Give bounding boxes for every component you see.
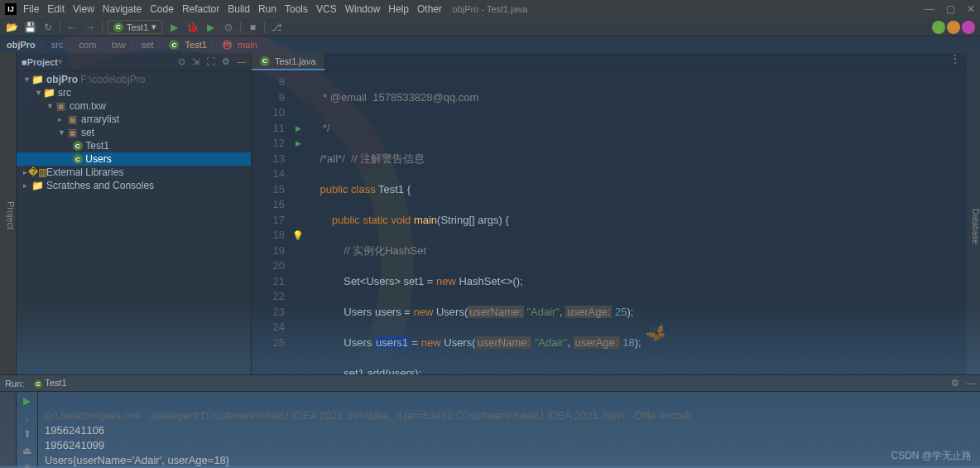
right-tool-strip[interactable]: Database (967, 53, 980, 374)
menu-navigate[interactable]: Navigate (103, 3, 142, 15)
open-icon[interactable]: 📂 (5, 21, 18, 34)
bc-set[interactable]: set (142, 40, 154, 50)
expand-icon[interactable]: ⛶ (206, 56, 215, 67)
window-title: objPro - Test1.java (453, 4, 528, 14)
editor-tab-test1[interactable]: CTest1.java (252, 53, 325, 70)
vcs-icon[interactable]: ⎇ (270, 21, 283, 34)
menu-window[interactable]: Window (345, 3, 381, 15)
refresh-icon[interactable]: ↻ (41, 21, 55, 34)
breadcrumb: objPro〉 src〉 com〉 txw〉 set〉 C Test1〉 ⓜ m… (0, 36, 980, 53)
tree-set[interactable]: ▼▣set (17, 126, 251, 139)
maximize-icon[interactable]: ▢ (946, 3, 955, 15)
avatar-3[interactable] (962, 21, 975, 34)
tree-users[interactable]: C Users (17, 152, 251, 166)
bc-class[interactable]: Test1 (185, 40, 207, 50)
up-icon[interactable]: ⬆ (23, 428, 31, 440)
project-panel-title: Project (27, 57, 58, 67)
hide-icon[interactable]: — (237, 56, 246, 67)
run-output[interactable]: D:\Java\bin\java.exe -javaagent:D:\softw… (38, 392, 980, 466)
stop-run-icon[interactable]: ↓ (25, 412, 30, 423)
project-tree: ▼📁objPro F:\code\objPro ▼📁src ▼▣com.txw … (17, 71, 251, 194)
run-method-gutter-icon[interactable]: ▶ (291, 136, 305, 152)
run-tab[interactable]: C Test1 (29, 377, 71, 389)
gutter: ▶▶💡 (291, 71, 305, 374)
stop-icon[interactable]: ■ (246, 21, 259, 34)
avatar-1[interactable] (932, 21, 945, 34)
menu-edit[interactable]: Edit (47, 3, 65, 15)
menu-other[interactable]: Other (417, 3, 442, 15)
run-config-selector[interactable]: CTest1 ▾ (108, 20, 162, 34)
project-panel: ■ Project ▾ ⊙ ⇲ ⛶ ⚙ — ▼📁objPro F:\code\o… (17, 53, 252, 374)
run-hide-icon[interactable]: — (966, 378, 975, 388)
structure-tool-strip[interactable] (0, 392, 17, 466)
editor-tab-more[interactable]: ⋮ (944, 53, 967, 70)
target-icon[interactable]: ⊙ (178, 56, 185, 67)
minimize-icon[interactable]: — (925, 3, 934, 15)
tree-root[interactable]: ▼📁objPro F:\code\objPro (17, 73, 251, 86)
watermark: CSDN @学无止路 (891, 449, 972, 463)
run-icon[interactable]: ▶ (167, 21, 180, 34)
menu-file[interactable]: File (23, 3, 39, 15)
method-icon: ⓜ (223, 39, 232, 51)
bc-root[interactable]: objPro (7, 40, 36, 50)
save-icon[interactable]: 💾 (23, 21, 36, 34)
coverage-icon[interactable]: ▶ (204, 21, 217, 34)
tree-external[interactable]: ▸�▥External Libraries (17, 166, 251, 179)
menu-build[interactable]: Build (228, 3, 250, 15)
menu-view[interactable]: View (73, 3, 94, 15)
rerun-icon[interactable]: ▶ (23, 395, 31, 407)
settings-icon[interactable]: ⚙ (222, 56, 230, 67)
title-bar: IJ File Edit View Navigate Code Refactor… (0, 0, 980, 18)
tree-scratches[interactable]: ▸📁Scratches and Consoles (17, 179, 251, 192)
code-lines[interactable]: * @email 1578533828@qq.com */ /*all*/ //… (305, 71, 967, 374)
intention-bulb-icon[interactable]: 💡 (291, 228, 305, 244)
avatar-2[interactable] (947, 21, 960, 34)
close-icon[interactable]: ✕ (967, 3, 975, 15)
filter-icon[interactable]: ⏏ (22, 445, 31, 456)
collapse-icon[interactable]: ⇲ (192, 56, 199, 67)
code-area[interactable]: 8910111213141516171819202122232425 ▶▶💡 *… (252, 71, 967, 374)
tree-pkg[interactable]: ▼▣com.txw (17, 99, 251, 113)
layout-icon[interactable]: ≡ (24, 461, 30, 468)
bc-method[interactable]: main (238, 40, 257, 50)
menu-help[interactable]: Help (388, 3, 409, 15)
toolbar: 📂 💾 ↻ ← → CTest1 ▾ ▶ 🐞 ▶ ⊙ ■ ⎇ (0, 18, 980, 36)
debug-icon[interactable]: 🐞 (185, 21, 199, 34)
tree-src[interactable]: ▼📁src (17, 86, 251, 99)
forward-icon[interactable]: → (84, 21, 97, 34)
line-numbers: 8910111213141516171819202122232425 (252, 71, 291, 374)
menu-tools[interactable]: Tools (285, 3, 308, 15)
bc-src[interactable]: src (51, 40, 64, 50)
left-tool-strip[interactable]: Project (0, 53, 17, 374)
bc-txw[interactable]: txw (112, 40, 126, 50)
profile-icon[interactable]: ⊙ (222, 21, 235, 34)
back-icon[interactable]: ← (65, 21, 79, 34)
editor: CTest1.java ⋮ 89101112131415161718192021… (252, 53, 967, 374)
run-settings-icon[interactable]: ⚙ (951, 378, 959, 388)
class-icon: C (169, 40, 179, 50)
tree-arrarylist[interactable]: ▸▣arrarylist (17, 113, 251, 126)
menu-run[interactable]: Run (258, 3, 276, 15)
run-class-gutter-icon[interactable]: ▶ (291, 121, 305, 137)
app-icon: IJ (5, 3, 17, 15)
run-panel: Run: C Test1 ⚙— ▶ ↓ ⬆ ⏏ ≡ D:\Java\bin\ja… (0, 374, 980, 466)
run-label: Run: (5, 379, 24, 388)
tree-test1[interactable]: C Test1 (17, 139, 251, 152)
menu-code[interactable]: Code (150, 3, 174, 15)
menu-vcs[interactable]: VCS (316, 3, 337, 15)
run-controls: ▶ ↓ ⬆ ⏏ ≡ (17, 392, 38, 466)
menu-refactor[interactable]: Refactor (182, 3, 219, 15)
bc-com[interactable]: com (79, 40, 97, 50)
